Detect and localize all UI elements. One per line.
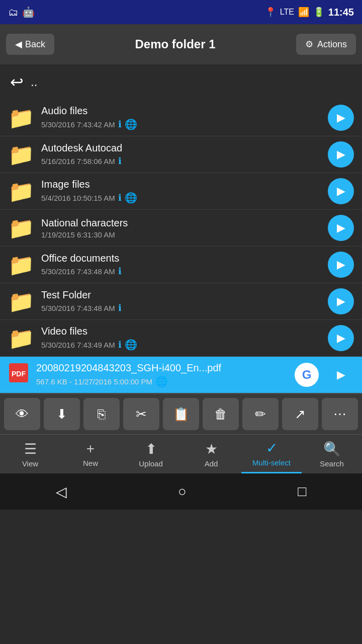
list-item[interactable]: 📁Autodesk Autocad5/16/2016 7:58:06 AMℹ▶: [0, 136, 362, 173]
file-info: Test Folder5/30/2016 7:43:48 AMℹ: [41, 289, 321, 313]
actions-button[interactable]: ⚙ Actions: [296, 34, 356, 55]
play-button[interactable]: ▶: [328, 105, 354, 131]
list-item[interactable]: 📁Test Folder5/30/2016 7:43:48 AMℹ▶: [0, 283, 362, 320]
file-meta: 5/30/2016 7:43:48 AMℹ: [41, 266, 321, 277]
folder-icon: 📁: [8, 289, 34, 314]
system-nav-bar: ◁ ○ □: [0, 473, 362, 510]
actions-label: Actions: [317, 39, 347, 50]
list-item[interactable]: 📁Image files5/4/2016 10:50:15 AMℹ🌐▶: [0, 173, 362, 210]
sys-recent-button[interactable]: □: [293, 478, 311, 505]
file-name: Video files: [41, 326, 321, 337]
file-date: 567.6 KB - 11/27/2016 5:00:00 PM: [36, 377, 152, 386]
file-meta: 5/30/2016 7:43:42 AMℹ🌐: [41, 118, 321, 130]
info-icon: ℹ: [118, 266, 122, 277]
add-nav-icon: ★: [205, 441, 218, 457]
status-right-icons: 📍 LTE 📶 🔋 11:45: [265, 7, 354, 18]
file-date: 1/19/2015 6:31:30 AM: [41, 230, 115, 239]
view-nav-label: View: [22, 459, 38, 468]
list-item[interactable]: 📁Office documents5/30/2016 7:43:48 AMℹ▶: [0, 247, 362, 283]
new-nav-label: New: [83, 459, 98, 467]
app-icon-2: 🤖: [22, 6, 35, 18]
file-info: National characters1/19/2015 6:31:30 AM: [41, 217, 321, 239]
status-time: 11:45: [328, 7, 354, 18]
search-nav-icon: 🔍: [323, 441, 341, 457]
download-btn[interactable]: ⬇: [44, 398, 80, 430]
play-button[interactable]: ▶: [328, 288, 354, 314]
globe-icon: 🌐: [125, 192, 137, 204]
sys-home-button[interactable]: ○: [173, 478, 192, 505]
view-nav[interactable]: ☰View: [0, 435, 60, 473]
multiselect-nav[interactable]: ✓Multi-select: [241, 435, 302, 473]
view-nav-icon: ☰: [24, 441, 37, 457]
info-icon: ℹ: [118, 192, 122, 203]
file-meta: 1/19/2015 6:31:30 AM: [41, 230, 321, 239]
globe-icon: 🌐: [125, 118, 137, 130]
list-item[interactable]: PDF20080219204843203_SGH-i400_En...pdf56…: [0, 357, 362, 393]
globe-icon: 🌐: [155, 375, 168, 387]
play-button[interactable]: ▶: [328, 178, 354, 204]
copy-btn[interactable]: ⎘: [83, 398, 120, 430]
file-date: 5/30/2016 7:43:42 AM: [41, 120, 115, 129]
view-btn[interactable]: 👁: [4, 398, 40, 430]
file-name: Audio files: [41, 105, 321, 117]
list-item[interactable]: 📁Video files5/30/2016 7:43:49 AMℹ🌐▶: [0, 320, 362, 357]
back-folder-icon: ↩: [10, 72, 24, 92]
play-button[interactable]: ▶: [328, 362, 354, 388]
list-item[interactable]: 📁National characters1/19/2015 6:31:30 AM…: [0, 210, 362, 247]
gear-icon: ⚙: [305, 39, 313, 50]
action-toolbar: 👁⬇⎘✂📋🗑✏↗⋯: [0, 393, 362, 434]
add-nav[interactable]: ★Add: [181, 435, 241, 473]
header: ◀ Back Demo folder 1 ⚙ Actions: [0, 24, 362, 64]
signal-icon: LTE: [280, 8, 294, 17]
file-date: 5/30/2016 7:43:48 AM: [41, 304, 115, 312]
paste-btn[interactable]: 📋: [163, 398, 199, 430]
play-button[interactable]: ▶: [328, 325, 354, 351]
info-icon: ℹ: [118, 339, 122, 350]
file-name: Office documents: [41, 253, 321, 264]
file-info: Image files5/4/2016 10:50:15 AMℹ🌐: [41, 179, 321, 204]
back-arrow-icon: ◀: [15, 39, 22, 50]
sys-back-button[interactable]: ◁: [51, 478, 72, 505]
folder-icon: 📁: [8, 106, 34, 130]
file-date: 5/30/2016 7:43:49 AM: [41, 341, 115, 349]
play-button[interactable]: ▶: [328, 252, 354, 278]
delete-btn[interactable]: 🗑: [203, 398, 239, 430]
file-info: Office documents5/30/2016 7:43:48 AMℹ: [41, 253, 321, 277]
upload-nav-icon: ⬆: [145, 441, 157, 457]
add-nav-label: Add: [205, 459, 218, 468]
parent-dir-row[interactable]: ↩ ..: [0, 64, 362, 100]
folder-icon: 📁: [8, 179, 34, 204]
folder-icon: 📁: [8, 216, 34, 240]
google-icon: G: [295, 363, 319, 387]
file-meta: 5/30/2016 7:43:48 AMℹ: [41, 302, 321, 313]
file-list: 📁Audio files5/30/2016 7:43:42 AMℹ🌐▶📁Auto…: [0, 100, 362, 393]
list-item[interactable]: 📁Audio files5/30/2016 7:43:42 AMℹ🌐▶: [0, 100, 362, 136]
file-meta: 5/4/2016 10:50:15 AMℹ🌐: [41, 192, 321, 204]
file-name: Autodesk Autocad: [41, 142, 321, 154]
file-info: Autodesk Autocad5/16/2016 7:58:06 AMℹ: [41, 142, 321, 167]
more-btn[interactable]: ⋯: [322, 398, 358, 430]
status-bar: 🗂 🤖 📍 LTE 📶 🔋 11:45: [0, 0, 362, 24]
info-icon: ℹ: [118, 155, 122, 167]
location-icon: 📍: [265, 7, 276, 18]
file-name: 20080219204843203_SGH-i400_En...pdf: [36, 362, 288, 374]
file-date: 5/4/2016 10:50:15 AM: [41, 194, 115, 202]
play-button[interactable]: ▶: [328, 215, 354, 241]
new-nav-icon: +: [86, 441, 95, 457]
multiselect-nav-icon: ✓: [266, 440, 278, 456]
folder-icon: 📁: [8, 142, 34, 167]
file-name: National characters: [41, 217, 321, 229]
back-button[interactable]: ◀ Back: [6, 34, 54, 55]
share-btn[interactable]: ↗: [282, 398, 318, 430]
upload-nav[interactable]: ⬆Upload: [121, 435, 181, 473]
play-button[interactable]: ▶: [328, 141, 354, 168]
file-info: Audio files5/30/2016 7:43:42 AMℹ🌐: [41, 105, 321, 130]
file-meta: 567.6 KB - 11/27/2016 5:00:00 PM🌐: [36, 375, 288, 387]
battery-icon: 🔋: [313, 7, 324, 18]
edit-btn[interactable]: ✏: [242, 398, 279, 430]
search-nav[interactable]: 🔍Search: [302, 435, 362, 473]
file-info: Video files5/30/2016 7:43:49 AMℹ🌐: [41, 326, 321, 351]
cut-btn[interactable]: ✂: [123, 398, 159, 430]
new-nav[interactable]: +New: [60, 435, 121, 473]
app-icon-1: 🗂: [8, 7, 18, 18]
